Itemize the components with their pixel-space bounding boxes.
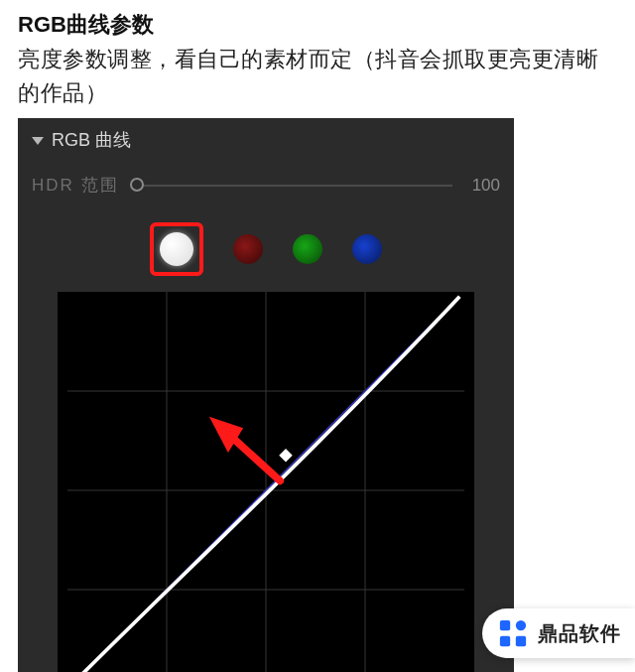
chevron-down-icon[interactable] [32,137,44,145]
blue-channel-icon[interactable] [352,234,382,264]
green-channel-icon[interactable] [293,234,322,264]
svg-rect-9 [516,620,526,630]
hdr-range-value: 100 [470,176,500,196]
rgb-curves-panel: RGB 曲线 HDR 范围 100 [18,118,514,672]
panel-title: RGB 曲线 [52,128,131,152]
svg-rect-10 [500,636,510,646]
hdr-range-label: HDR 范围 [32,174,119,197]
slider-track [137,185,452,187]
svg-line-6 [228,434,280,481]
svg-rect-11 [516,636,526,646]
drag-arrow-icon [209,417,280,481]
dingpin-logo-icon [498,618,528,648]
svg-rect-8 [500,620,510,630]
red-channel-icon[interactable] [233,234,263,264]
rgb-curve-graph[interactable] [58,292,474,672]
watermark-text: 鼎品软件 [538,620,621,647]
white-channel-icon[interactable] [160,232,193,266]
hdr-range-slider[interactable] [137,178,452,194]
slider-thumb-icon[interactable] [130,178,144,192]
article-title: RGB曲线参数 [18,8,617,41]
curve-control-point[interactable] [279,449,292,462]
watermark-badge: 鼎品软件 [482,608,635,658]
article-description: 亮度参数调整，看自己的素材而定（抖音会抓取更亮更清晰的作品） [18,43,617,110]
selected-channel-highlight [150,222,203,276]
grid-lines [67,292,464,672]
channel-selector [32,222,500,276]
